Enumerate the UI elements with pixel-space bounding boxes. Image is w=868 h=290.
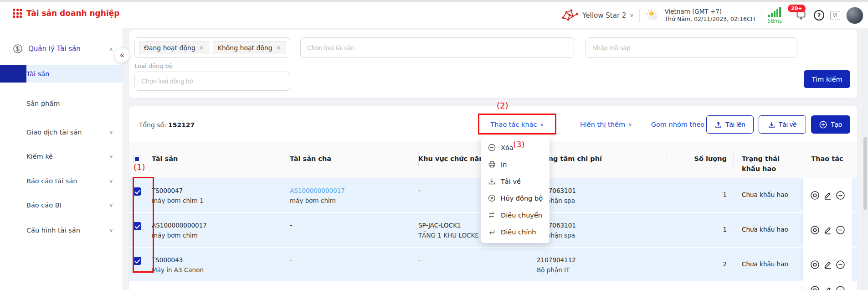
sync-type-input[interactable] (134, 72, 290, 91)
close-circle-icon (488, 194, 496, 202)
edit-icon[interactable] (822, 285, 833, 290)
parent-asset-code: - (290, 221, 412, 231)
row-checkbox[interactable] (133, 222, 141, 230)
chevron-down-icon: ∨ (628, 122, 632, 128)
select-all-checkbox[interactable] (133, 155, 141, 163)
create-label: Tạo (831, 121, 842, 128)
status-chip: Đang hoạt động × (139, 41, 209, 54)
column-header-asset[interactable]: Tài sản (152, 141, 290, 178)
column-header-depreciation[interactable]: Trạng thái khấu hao (733, 141, 803, 178)
edit-icon[interactable] (822, 190, 833, 201)
deactivate-icon[interactable] (835, 190, 846, 201)
remove-chip-icon[interactable]: × (199, 44, 204, 51)
view-icon[interactable] (810, 225, 820, 235)
column-header-parent[interactable]: Tài sản cha (290, 141, 418, 178)
quantity-value: 1 (667, 178, 733, 212)
sidebar-section-asset-management[interactable]: Quản lý Tài sản ∧ (0, 43, 123, 54)
table-row[interactable] (129, 282, 857, 290)
download-label: Tải về (779, 121, 797, 128)
asset-code: TS000047 (152, 186, 283, 196)
menu-item-transfer[interactable]: Điều chuyển (481, 207, 550, 223)
depreciation-status: Chưa khấu hao (733, 248, 803, 281)
more-actions-dropdown-trigger[interactable]: Thao tác khác ∨ (478, 114, 556, 135)
sidebar-item-label: Cấu hình tài sản (0, 227, 80, 234)
area-code: - (418, 255, 530, 265)
quantity-value (667, 282, 733, 290)
help-button[interactable]: ? (814, 10, 824, 21)
row-checkbox[interactable] (133, 257, 141, 265)
transfer-icon (488, 211, 496, 219)
sidebar-item-bao-cao-tai-san[interactable]: Báo cáo tài sản ∨ (0, 176, 123, 186)
row-checkbox[interactable] (133, 187, 141, 196)
language-toggle[interactable]: VI (830, 11, 840, 20)
locale-info: Vietnam (GMT +7) Thứ Năm, 02/11/2023, 02… (646, 8, 755, 23)
cost-center-code: 2107063101 (537, 221, 660, 231)
latency-value: 58ms (767, 18, 782, 24)
create-button[interactable]: Tạo (811, 115, 850, 134)
show-more-label: Hiển thị thêm (580, 121, 625, 128)
upload-button[interactable]: Tải lên (706, 115, 754, 134)
sap-code-input[interactable] (586, 37, 797, 58)
show-more-dropdown-trigger[interactable]: Hiển thị thêm ∨ (576, 114, 636, 135)
chevron-down-icon: ∨ (109, 202, 113, 208)
sidebar-item-giao-dich-tai-san[interactable]: Giao dịch tài sản ∨ (0, 127, 123, 138)
more-actions-label: Thao tác khác (490, 121, 537, 128)
cost-center-name: Bộ phận spa (537, 196, 660, 206)
app-grid-icon[interactable] (13, 9, 22, 18)
asset-name: máy bơm chìm (152, 231, 283, 241)
asset-type-input[interactable] (300, 37, 574, 58)
vertical-scrollbar[interactable] (863, 28, 868, 290)
column-header-actions[interactable]: Thao tác (803, 141, 852, 178)
menu-item-label: In (501, 161, 507, 168)
search-button[interactable]: Tìm kiếm (804, 70, 850, 88)
status-multiselect[interactable]: Đang hoạt động × Không hoạt động × (134, 37, 290, 58)
workspace-logo-icon (560, 9, 579, 22)
menu-item-download[interactable]: Tải về (481, 173, 550, 190)
top-strip (0, 0, 868, 2)
sidebar-collapse-button[interactable]: « (114, 47, 130, 63)
depreciation-status: Chưa khấu hao (733, 178, 803, 212)
deactivate-icon[interactable] (835, 259, 846, 270)
view-icon[interactable] (810, 285, 820, 290)
quantity-value: 2 (667, 248, 733, 281)
deactivate-icon[interactable] (835, 285, 846, 290)
deactivate-icon[interactable] (835, 225, 846, 235)
parent-asset-name: máy bơm chìm (290, 196, 412, 206)
menu-item-print[interactable]: In (481, 156, 550, 173)
column-header-quantity[interactable]: Số lượng (667, 141, 733, 178)
remove-chip-icon[interactable]: × (276, 44, 281, 51)
group-by-label: Gom nhóm theo (651, 121, 705, 128)
sidebar-item-tai-san[interactable]: Tài sản (0, 65, 123, 83)
row-actions (803, 213, 852, 247)
edit-icon[interactable] (822, 225, 833, 235)
scrollbar-thumb[interactable] (863, 137, 867, 210)
sidebar-item-kiem-ke[interactable]: Kiểm kê ∨ (0, 151, 123, 162)
sidebar-item-label: Kiểm kê (0, 153, 53, 160)
app-brand[interactable]: Tài sản doanh nghiệp (13, 9, 119, 18)
parent-asset-link[interactable]: AS100000000017 (290, 186, 412, 196)
menu-item-label: Hủy đồng bộ (501, 195, 543, 202)
menu-item-label: Tải về (501, 178, 521, 185)
view-icon[interactable] (810, 259, 820, 270)
view-icon[interactable] (810, 190, 820, 201)
asset-code: TS000043 (152, 255, 283, 265)
download-button[interactable]: Tải về (759, 115, 806, 134)
menu-item-cancel-sync[interactable]: Hủy đồng bộ (481, 190, 550, 207)
question-icon: ? (817, 12, 821, 19)
weather-icon (646, 9, 660, 22)
table-row[interactable]: TS000043Máy in A3 Canon - - 2107904112Bộ… (129, 248, 857, 282)
group-by-dropdown-trigger[interactable]: Gom nhóm theo ∨ (649, 114, 713, 135)
notifications-button[interactable]: 20+ (794, 9, 808, 22)
edit-icon[interactable] (822, 259, 833, 270)
chevron-down-icon: ∨ (109, 178, 113, 184)
menu-item-adjust[interactable]: Điều chỉnh (481, 223, 550, 240)
sidebar-item-label: Sản phẩm (0, 100, 60, 107)
avatar[interactable] (846, 7, 863, 24)
sidebar-item-bao-cao-bi[interactable]: Báo cáo BI ∨ (0, 200, 123, 211)
column-header-cost-center[interactable]: Trung tâm chi phí (537, 141, 667, 178)
workspace-switcher[interactable]: Yellow Star 2 ∨ (560, 9, 633, 22)
sidebar-item-san-pham[interactable]: Sản phẩm (0, 98, 123, 109)
menu-item-delete[interactable]: Xóa (481, 139, 550, 156)
collapse-icon: « (120, 51, 124, 59)
sidebar-item-cau-hinh-tai-san[interactable]: Cấu hình tài sản ∨ (0, 225, 123, 236)
